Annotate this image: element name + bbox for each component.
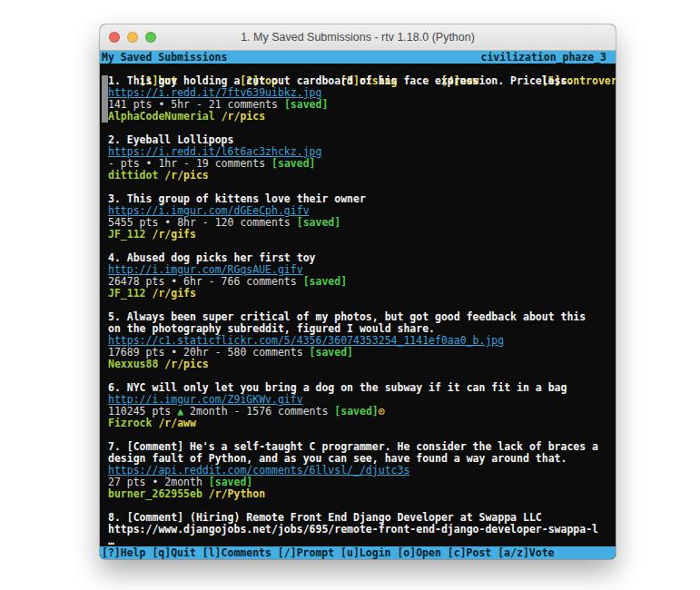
submission-byline: Fizrock /r/aww [108, 418, 616, 429]
window-titlebar[interactable]: 1. My Saved Submissions - rtv 1.18.0 (Py… [100, 25, 616, 51]
submission-list: 1. This guy holding a cut out cardboard … [100, 75, 616, 546]
submission-author[interactable]: JF_112 [108, 288, 146, 300]
submission-title[interactable]: 2. Eyeball Lollipops [108, 134, 616, 146]
submission-item[interactable]: 1. This guy holding a cut out cardboard … [102, 75, 616, 123]
saved-badge: [saved] [334, 406, 378, 418]
submission-subreddit[interactable]: /r/pics [158, 170, 208, 182]
submission-stats: - pts • 1hr - 19 comments [saved] [108, 158, 616, 170]
stats-text: 5455 pts • 8hr - 120 comments [108, 217, 291, 229]
submission-author[interactable]: AlphaCodeNumerial [108, 111, 215, 123]
saved-badge: [saved] [284, 99, 328, 111]
stats-text: - pts • 1hr - 19 comments [108, 158, 265, 170]
submission-subreddit[interactable]: /r/pics [158, 359, 208, 370]
submission-url[interactable]: http://i.imgur.com/Z9iGKWv.gifv [108, 394, 616, 406]
window-title: 1. My Saved Submissions - rtv 1.18.0 (Py… [241, 31, 475, 44]
gilded-icon: ⊙ [379, 406, 385, 418]
submission-stats: 26478 pts • 6hr - 766 comments [saved] [108, 276, 616, 288]
submission-title[interactable]: 7. [Comment] He's a self-taught C progra… [108, 441, 616, 453]
stats-text: 141 pts • 5hr - 21 comments [108, 99, 278, 111]
submission-stats: 17689 pts • 20hr - 580 comments [saved] [108, 347, 616, 359]
keybinding-hints: [?]Help [q]Quit [l]Comments [/]Prompt [u… [102, 546, 555, 559]
submission-subreddit[interactable]: /r/gifs [146, 229, 196, 241]
stats-text: 2month - 1576 comments [190, 406, 328, 418]
submission-url[interactable]: https://i.redd.it/7ftv639uibkz.jpg [108, 87, 616, 99]
submission-url[interactable]: https://i.redd.it/l6t6ac3zhckz.jpg [108, 146, 616, 158]
submission-title[interactable]: 6. NYC will only let you bring a dog on … [108, 382, 616, 394]
submission-item[interactable]: 3. This group of kittens love their owne… [102, 193, 616, 241]
submission-stats: 110245 pts ▲ 2month - 1576 comments [sav… [108, 406, 616, 418]
terminal-content: My Saved Submissions civilization_phaze_… [100, 51, 616, 559]
submission-author[interactable]: Nexxus88 [108, 359, 158, 370]
submission-title[interactable]: 4. Abused dog picks her first toy [108, 252, 616, 264]
submission-byline: AlphaCodeNumerial /r/pics [108, 111, 616, 123]
submission-item[interactable]: 2. Eyeball Lollipops https://i.redd.it/l… [102, 134, 616, 182]
upvote-arrow-icon[interactable]: ▲ [177, 406, 183, 418]
logged-in-username: civilization_phaze_3 [481, 51, 606, 64]
stats-text: 17689 pts • 20hr - 580 comments [108, 347, 303, 359]
stats-text: 27 pts • 2month [108, 477, 202, 488]
saved-badge: [saved] [303, 276, 347, 288]
submission-url[interactable]: https://www.djangojobs.net/jobs/695/remo… [108, 524, 616, 536]
submission-title[interactable]: on the photography subreddit, figured I … [108, 323, 616, 335]
submission-stats: 5455 pts • 8hr - 120 comments [saved] [108, 217, 616, 229]
window-controls [109, 32, 156, 43]
submission-author[interactable]: Fizrock [108, 418, 152, 429]
saved-badge: [saved] [297, 217, 340, 229]
saved-badge: [saved] [271, 158, 315, 170]
saved-badge: [saved] [310, 347, 353, 359]
minimize-button[interactable] [127, 32, 138, 43]
submission-author[interactable]: dittidot [108, 170, 158, 182]
submission-title[interactable]: 8. [Comment] (Hiring) Remote Front End D… [108, 512, 616, 524]
submission-subreddit[interactable]: /r/aww [152, 418, 195, 429]
stats-text: 26478 pts • 6hr - 766 comments [108, 276, 297, 288]
submission-title[interactable]: 1. This guy holding a cut out cardboard … [108, 75, 616, 87]
submission-stats: 141 pts • 5hr - 21 comments [saved] [108, 99, 616, 111]
submission-subreddit[interactable]: /r/pics [215, 111, 265, 123]
stats-text: 110245 pts [108, 406, 171, 418]
status-bar-top: My Saved Submissions civilization_phaze_… [100, 51, 616, 64]
submission-author[interactable]: burner_262955eb [108, 488, 202, 500]
submission-item[interactable]: 6. NYC will only let you bring a dog on … [102, 382, 616, 429]
submission-subreddit[interactable]: /r/gifs [146, 288, 196, 300]
submission-subreddit[interactable]: /r/Python [202, 488, 265, 500]
status-bar-bottom: [?]Help [q]Quit [l]Comments [/]Prompt [u… [100, 546, 616, 559]
submission-title[interactable]: 3. This group of kittens love their owne… [108, 193, 616, 205]
submission-title[interactable]: design fault of Python, and as you can s… [108, 453, 616, 465]
submission-author[interactable]: JF_112 [108, 229, 146, 241]
submission-item[interactable]: 4. Abused dog picks her first toy http:/… [102, 252, 616, 300]
submission-title[interactable]: 5. Always been super critical of my phot… [108, 311, 616, 323]
page-title: My Saved Submissions [102, 51, 227, 64]
submission-item[interactable]: 7. [Comment] He's a self-taught C progra… [102, 441, 616, 500]
submission-url[interactable]: https://i.imgur.com/dGEeCph.gifv [108, 205, 616, 217]
submission-byline: burner_262955eb /r/Python [108, 488, 616, 500]
submission-stats: 27 pts • 2month [saved] [108, 477, 616, 488]
submission-byline: Nexxus88 /r/pics [108, 359, 616, 370]
zoom-button[interactable] [145, 32, 156, 43]
submission-url[interactable]: http://i.imgur.com/RGqsAUE.gifv [108, 264, 616, 276]
submission-byline: dittidot /r/pics [108, 170, 616, 182]
submission-url[interactable]: https://api.reddit.com/comments/6llvsl/_… [108, 465, 616, 477]
submission-url[interactable]: https://c1.staticflickr.com/5/4356/36074… [108, 335, 616, 347]
submission-url-continuation: … [108, 536, 616, 546]
submission-item[interactable]: 5. Always been super critical of my phot… [102, 311, 616, 370]
terminal-window: 1. My Saved Submissions - rtv 1.18.0 (Py… [100, 25, 616, 559]
saved-badge: [saved] [209, 477, 252, 488]
submission-byline: JF_112 /r/gifs [108, 229, 616, 241]
submission-item[interactable]: 8. [Comment] (Hiring) Remote Front End D… [102, 512, 616, 546]
submission-byline: JF_112 /r/gifs [108, 288, 616, 300]
close-button[interactable] [109, 32, 120, 43]
sort-tabs: [1]hot[2]top[3]rising[4]new[5]controvers… [100, 64, 616, 75]
